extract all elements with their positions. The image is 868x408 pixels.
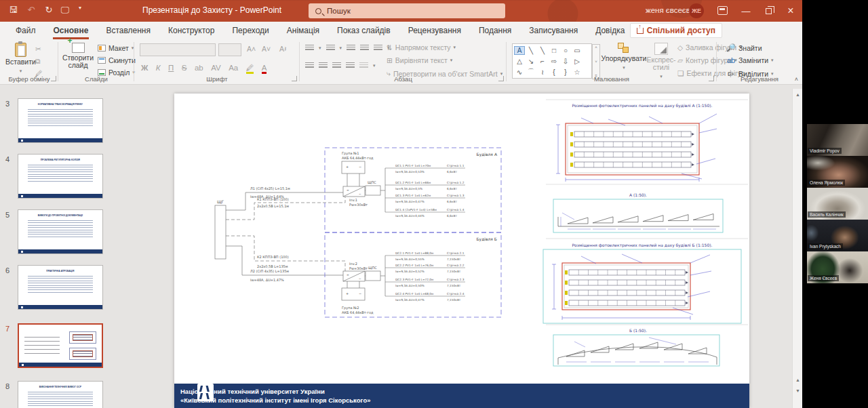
outdent-icon[interactable] bbox=[347, 45, 355, 51]
align-right-icon[interactable] bbox=[332, 62, 341, 68]
text-direction-button[interactable]: ⇅ Напрямок тексту ▾ bbox=[387, 43, 456, 52]
align-center-icon[interactable] bbox=[319, 62, 328, 68]
shape-glyph[interactable]: ☆ bbox=[572, 68, 583, 76]
participant-video-4[interactable]: Ivan Prytyskach bbox=[807, 220, 868, 251]
clipboard-dialog-launcher[interactable] bbox=[51, 76, 56, 81]
participant-video-2[interactable]: Олена Ярмолюк bbox=[807, 156, 868, 188]
slide-thumbnail-8[interactable]: ВИКОНАННЯ ТЕХНІЧНИХ ВИМОГ ОСР bbox=[18, 381, 103, 408]
slide-thumbnail-3[interactable]: НОРМАТИВНА ТРАНСФОРМАЦІЯ РИНКУ bbox=[18, 98, 103, 143]
avatar[interactable]: ЖЕ bbox=[689, 3, 704, 18]
shape-glyph[interactable]: ▷ bbox=[572, 58, 583, 65]
find-button[interactable]: 🔎Знайти bbox=[726, 43, 762, 52]
start-slideshow-icon[interactable]: 🖵 bbox=[58, 5, 72, 16]
share-button[interactable]: Спільний доступ bbox=[630, 23, 722, 38]
participant-video-1[interactable]: Vladimir Popov bbox=[807, 124, 868, 156]
slide-canvas[interactable]: ЩГ Будівля А Будівля Б Л1 (СІП 4х25) L=1… bbox=[174, 94, 749, 408]
slide-thumbnail-4[interactable]: ПРОБЛЕМА РЕГУЛЯТОРНА КОЛІЗІЯ bbox=[18, 154, 103, 199]
indent-icon[interactable] bbox=[360, 45, 369, 51]
shape-glyph[interactable]: } bbox=[560, 68, 571, 76]
drawing-dialog-launcher[interactable] bbox=[709, 76, 714, 81]
vertical-scrollbar[interactable]: ▲ ▲ ▼ bbox=[792, 89, 802, 408]
align-text-button[interactable]: ⊞ Вирівняти текст ▾ bbox=[387, 56, 452, 64]
columns-icon[interactable] bbox=[359, 62, 368, 68]
ribbon-tab-10[interactable]: Записування bbox=[520, 22, 587, 39]
slide-thumbnail-5[interactable]: ВИМОГИ ДО ПРОЕКТНОЇ ДОКУМЕНТАЦІЇ bbox=[18, 209, 103, 254]
align-left-icon[interactable] bbox=[305, 62, 314, 68]
justify-icon[interactable] bbox=[346, 62, 355, 68]
slide-thumbnail-6[interactable]: ПРАКТИЧНА АПРОБАЦІЯ bbox=[18, 265, 103, 310]
shape-glyph[interactable]: ▭ bbox=[572, 47, 583, 54]
save-icon[interactable]: 🖫 bbox=[7, 5, 20, 15]
ribbon-tab-3[interactable]: Вставлення bbox=[97, 22, 159, 39]
grow-font-button[interactable]: A˄ bbox=[247, 45, 256, 53]
qat-customize-icon[interactable]: ▾ bbox=[73, 5, 87, 11]
ribbon-display-options-icon[interactable] bbox=[717, 6, 728, 15]
underline-button[interactable]: П bbox=[168, 64, 174, 72]
shrink-font-button[interactable]: A˅ bbox=[262, 45, 271, 53]
restore-button[interactable] bbox=[758, 0, 778, 22]
shape-glyph[interactable]: ⇩ bbox=[560, 58, 571, 65]
line-spacing-icon[interactable] bbox=[374, 45, 382, 51]
ribbon-tab-11[interactable]: Довідка bbox=[587, 22, 633, 39]
char-spacing-button[interactable]: AV bbox=[211, 64, 221, 72]
ribbon-tab-4[interactable]: Конструктор bbox=[159, 22, 223, 39]
shape-glyph[interactable]: ╲ bbox=[526, 47, 536, 54]
font-color-button[interactable]: A bbox=[262, 64, 267, 74]
quick-styles-button[interactable]: Експрес-стилі▾ bbox=[646, 43, 676, 80]
font-name-combo[interactable] bbox=[140, 43, 216, 56]
next-slide-icon[interactable]: ▼ bbox=[793, 386, 802, 396]
clear-format-button[interactable]: A𝄽 bbox=[279, 45, 286, 54]
svg-text:~: ~ bbox=[359, 277, 361, 281]
slide-thumbnail-7[interactable] bbox=[18, 323, 103, 368]
font-dialog-launcher[interactable] bbox=[292, 76, 297, 81]
shape-glyph[interactable]: A bbox=[514, 46, 525, 55]
minimize-button[interactable]: — bbox=[736, 0, 756, 22]
collapse-ribbon-button[interactable]: ˄ bbox=[795, 76, 798, 83]
ribbon-tab-7[interactable]: Показ слайдів bbox=[328, 22, 399, 39]
redo-icon[interactable]: ↻ bbox=[42, 5, 56, 15]
ribbon-tab-9[interactable]: Подання bbox=[470, 22, 520, 39]
strike-button[interactable]: S bbox=[182, 64, 187, 72]
replace-button[interactable]: abЗамінити ▾ bbox=[726, 56, 774, 64]
ribbon-tab-6[interactable]: Анімація bbox=[278, 22, 328, 39]
shape-glyph[interactable]: ≀ bbox=[537, 68, 548, 76]
participant-video-5[interactable]: Женя Євсеєв bbox=[807, 251, 868, 283]
shape-glyph[interactable]: ⌐ bbox=[537, 58, 548, 65]
cut-button[interactable]: ✂ bbox=[35, 45, 41, 53]
account-name[interactable]: женя євсеєв bbox=[646, 6, 690, 14]
bullets-icon[interactable] bbox=[305, 45, 314, 51]
italic-button[interactable]: К bbox=[156, 64, 161, 72]
paste-button[interactable]: Вставити▾ bbox=[5, 43, 36, 75]
shape-glyph[interactable]: ○ bbox=[560, 47, 571, 54]
shape-glyph[interactable]: △ bbox=[514, 58, 525, 65]
ribbon-tab-8[interactable]: Рецензування bbox=[399, 22, 470, 39]
bold-button[interactable]: Ж bbox=[141, 64, 148, 72]
reset-button[interactable]: Скинути bbox=[98, 56, 136, 64]
shape-glyph[interactable]: ∿ bbox=[514, 68, 525, 76]
search-input[interactable]: Пошук bbox=[309, 3, 505, 18]
participant-video-3[interactable]: Василь Калінчик bbox=[807, 188, 868, 220]
ribbon-tab-1[interactable]: Файл bbox=[7, 22, 45, 39]
shadow-button[interactable]: ab bbox=[195, 64, 203, 72]
font-size-combo[interactable] bbox=[218, 43, 241, 56]
shapes-scroll[interactable]: ˄˅≡ bbox=[592, 44, 600, 79]
undo-icon[interactable]: ↶ bbox=[24, 5, 38, 15]
shape-glyph[interactable]: □ bbox=[549, 47, 559, 54]
ribbon-tab-5[interactable]: Переходи bbox=[223, 22, 277, 39]
new-slide-button[interactable]: Створити слайд bbox=[62, 43, 94, 69]
shape-glyph[interactable]: { bbox=[549, 68, 559, 76]
previous-slide-icon[interactable]: ▲ bbox=[793, 375, 802, 385]
paragraph-dialog-launcher[interactable] bbox=[498, 76, 504, 81]
layout-button[interactable]: Макет▾ bbox=[98, 44, 134, 52]
shape-glyph[interactable]: ↘ bbox=[526, 58, 536, 65]
change-case-button[interactable]: Aa bbox=[229, 64, 238, 72]
close-button[interactable]: × bbox=[781, 0, 801, 22]
shape-glyph[interactable]: ⇨ bbox=[549, 58, 559, 65]
highlight-button[interactable]: 🖉 bbox=[246, 64, 254, 74]
numbering-icon[interactable] bbox=[326, 45, 335, 51]
arrange-button[interactable]: Упорядкувати▾ bbox=[603, 43, 645, 71]
shapes-gallery[interactable]: ˄˅≡ A╲╲□○▭△↘⌐⇨⇩▷∿⌒≀{}☆ bbox=[512, 43, 592, 79]
scroll-up-icon[interactable]: ▲ bbox=[793, 90, 802, 100]
copy-button[interactable]: ⧉ bbox=[35, 57, 41, 66]
shape-glyph[interactable]: ╲ bbox=[537, 47, 548, 54]
